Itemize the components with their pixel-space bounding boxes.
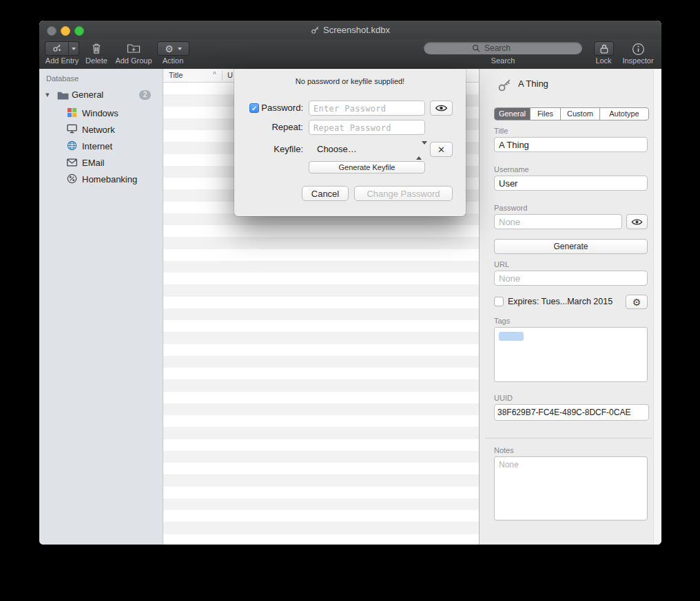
tab-custom[interactable]: Custom	[560, 108, 599, 120]
monitor-icon	[67, 124, 77, 136]
column-divider[interactable]	[222, 70, 223, 81]
column-header-title[interactable]: Title	[169, 71, 183, 79]
action-button[interactable]: ⚙	[157, 41, 189, 56]
gear-icon: ⚙	[165, 44, 174, 54]
expires-label: Expires: Tues...March 2015	[508, 297, 612, 306]
add-entry-button[interactable]	[45, 41, 79, 56]
search-field[interactable]	[424, 42, 582, 54]
key-plus-icon	[45, 43, 68, 55]
url-input[interactable]	[494, 271, 648, 286]
username-input[interactable]	[494, 176, 648, 191]
inspector-scrollbar[interactable]	[653, 69, 661, 545]
tags-field-label: Tags	[494, 317, 510, 325]
sidebar-item-homebanking[interactable]: Homebanking	[39, 171, 163, 187]
entry-row	[163, 368, 479, 379]
gear-icon: ⚙	[632, 297, 641, 307]
entry-row	[163, 344, 479, 356]
entry-row	[163, 284, 479, 296]
notes-input[interactable]	[494, 456, 648, 520]
desktop-background: Screenshot.kdbx Add Entry	[0, 0, 700, 601]
entry-row	[163, 463, 479, 474]
dialog-message: No password or keyfile supplied!	[234, 77, 466, 85]
sidebar: Database ▾ General 2	[39, 69, 163, 545]
notes-field-label: Notes	[494, 446, 514, 454]
folder-plus-icon	[127, 43, 141, 54]
password-row: ✓ Password:	[234, 101, 466, 116]
entry-row	[163, 498, 479, 510]
change-password-button[interactable]: Change Password	[354, 186, 453, 201]
sidebar-item-internet[interactable]: Internet	[39, 138, 163, 154]
entry-count-badge: 2	[139, 90, 151, 100]
sidebar-item-label: Windows	[82, 108, 119, 118]
tab-files[interactable]: Files	[530, 108, 560, 120]
chevron-down-icon	[178, 48, 182, 50]
entry-row	[163, 392, 479, 403]
sidebar-group-general[interactable]: ▾ General 2	[39, 88, 163, 103]
delete-label: Delete	[76, 56, 117, 65]
entry-row	[163, 534, 479, 545]
entry-row	[163, 320, 479, 332]
username-field-label: Username	[494, 165, 529, 173]
windows-grid-icon	[67, 107, 77, 120]
reveal-password-button[interactable]	[626, 214, 648, 229]
uuid-input[interactable]	[494, 404, 649, 421]
sidebar-item-windows[interactable]: Windows	[39, 105, 163, 121]
disclosure-triangle-icon[interactable]: ▾	[45, 90, 50, 99]
sidebar-item-label: Network	[82, 125, 115, 135]
tab-autotype[interactable]: Autotype	[599, 108, 648, 120]
password-input[interactable]	[494, 214, 622, 229]
add-group-label: Add Group	[113, 56, 154, 65]
entry-row	[163, 273, 479, 284]
search-label: Search	[482, 56, 524, 65]
dialog-keyfile-label: Keyfile:	[259, 142, 303, 157]
entry-row	[163, 297, 479, 308]
lock-button[interactable]	[594, 41, 614, 56]
toolbar: Add Entry Delete Add Group ⚙	[39, 39, 661, 70]
delete-button[interactable]	[91, 42, 102, 55]
generate-password-button[interactable]: Generate	[494, 239, 648, 254]
cancel-button[interactable]: Cancel	[302, 186, 349, 201]
sidebar-item-email[interactable]: EMail	[39, 154, 163, 171]
dialog-repeat-input[interactable]	[309, 120, 425, 135]
dialog-reveal-password-button[interactable]	[430, 101, 453, 116]
inspector-panel: A Thing General Files Custom Autotype Ti…	[479, 69, 661, 545]
title-field-label: Title	[494, 127, 508, 135]
title-input[interactable]	[494, 137, 648, 152]
expires-checkbox[interactable]	[494, 297, 504, 306]
clear-keyfile-button[interactable]: ✕	[430, 142, 453, 157]
sidebar-item-label: EMail	[82, 158, 105, 168]
inspector-button[interactable]	[631, 42, 645, 56]
sidebar-item-label: Homebanking	[82, 174, 137, 184]
eye-icon	[631, 218, 643, 226]
percent-coin-icon	[67, 173, 77, 187]
tag-chip	[499, 332, 524, 341]
column-header-username[interactable]: U	[227, 71, 233, 79]
tab-general[interactable]: General	[495, 108, 530, 120]
expires-settings-button[interactable]: ⚙	[626, 295, 648, 309]
entry-row	[163, 308, 479, 320]
entry-row	[163, 249, 479, 261]
popup-stepper-icon[interactable]	[416, 145, 422, 154]
search-input[interactable]	[483, 43, 534, 54]
titlebar: Screenshot.kdbx	[39, 21, 661, 40]
dialog-password-label: Password:	[259, 101, 303, 116]
trash-icon	[92, 43, 101, 54]
chevron-down-icon[interactable]	[69, 48, 79, 50]
folder-icon	[57, 90, 69, 103]
close-icon: ✕	[438, 145, 445, 154]
add-group-button[interactable]	[126, 42, 141, 54]
keyfile-popup[interactable]: Choose…	[317, 142, 357, 157]
change-password-dialog: No password or keyfile supplied! ✓ Passw…	[234, 69, 466, 216]
sidebar-item-network[interactable]: Network	[39, 121, 163, 138]
tags-input[interactable]	[494, 327, 648, 382]
password-checkbox[interactable]: ✓	[249, 103, 259, 113]
entry-row	[163, 403, 479, 415]
dialog-password-input[interactable]	[309, 101, 425, 116]
generate-keyfile-button[interactable]: Generate Keyfile	[309, 161, 425, 173]
inspector-tabs: General Files Custom Autotype	[494, 107, 649, 120]
password-field-label: Password	[494, 204, 527, 212]
app-window: Screenshot.kdbx Add Entry	[39, 21, 661, 545]
entry-row	[163, 356, 479, 368]
entry-row	[163, 237, 479, 249]
key-icon	[311, 25, 320, 34]
